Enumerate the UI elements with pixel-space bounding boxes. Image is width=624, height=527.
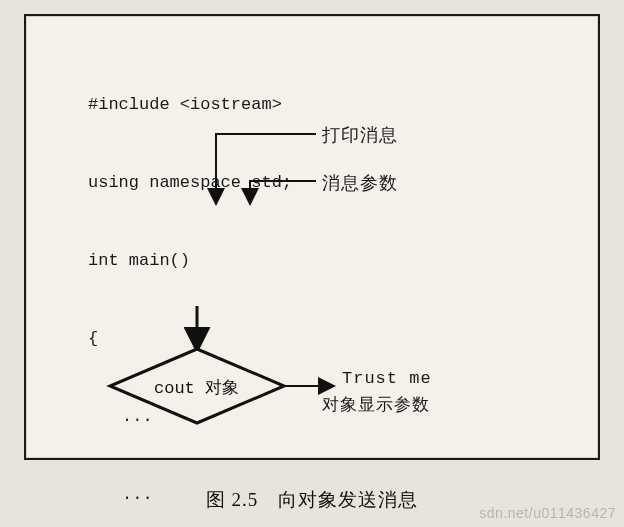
code-line: using namespace std;: [88, 170, 316, 196]
diamond-text-cn: 对象: [205, 378, 239, 397]
annotation-print-message: 打印消息: [322, 123, 398, 147]
code-line: {: [88, 326, 316, 352]
diamond-text-en: cout: [154, 379, 205, 398]
code-line: #include <iostream>: [88, 92, 316, 118]
code-line: int main(): [88, 248, 316, 274]
code-block: #include <iostream> using namespace std;…: [88, 40, 316, 527]
annotation-message-param: 消息参数: [322, 171, 398, 195]
output-text: Trust me: [342, 369, 432, 388]
diagram-frame: #include <iostream> using namespace std;…: [24, 14, 600, 460]
code-line: ...: [88, 404, 316, 430]
diamond-label: cout 对象: [154, 376, 239, 399]
output-description: 对象显示参数: [322, 393, 430, 416]
watermark: sdn.net/u011436427: [479, 505, 616, 521]
